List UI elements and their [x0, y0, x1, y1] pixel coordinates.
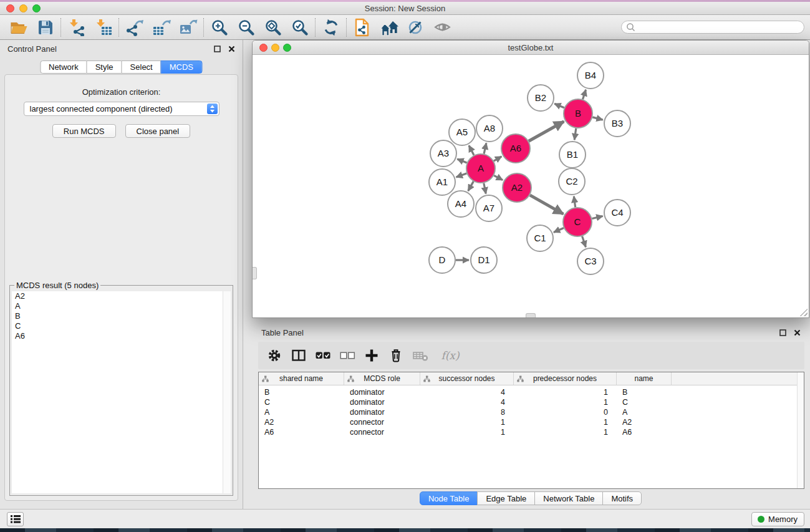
task-history-button[interactable]: [7, 512, 24, 526]
graph-edge-A-A7[interactable]: [484, 183, 486, 194]
mcds-result-item[interactable]: B: [12, 311, 231, 321]
network-canvas[interactable]: B4B2BB3A8A5A6A3B1AC2A1A2A4A7C4CC1DD1C3: [253, 55, 809, 317]
graph-edge-B-B1[interactable]: [574, 128, 576, 140]
criterion-select[interactable]: largest connected component (directed): [24, 102, 219, 116]
unchecked-boxes-icon: [339, 347, 355, 364]
mcds-result-item[interactable]: A6: [12, 331, 231, 341]
zoom-window-button[interactable]: [32, 4, 41, 12]
show-hide-button[interactable]: [429, 16, 456, 39]
graph-edge-A6-B[interactable]: [529, 122, 564, 142]
float-panel-icon[interactable]: [779, 329, 786, 336]
list-icon: [11, 515, 21, 523]
cell-successor_nodes: 4: [420, 387, 514, 397]
close-panel-button[interactable]: Close panel: [125, 124, 191, 138]
graph-node-label: A4: [455, 198, 466, 209]
column-view-button[interactable]: [291, 347, 307, 364]
graph-edge-B-B2[interactable]: [554, 104, 564, 108]
column-header-predecessor-nodes[interactable]: predecessor nodes: [514, 372, 617, 385]
column-header-name[interactable]: name: [617, 372, 672, 385]
graph-edge-A-A1[interactable]: [456, 173, 467, 177]
tab-mcds[interactable]: MCDS: [161, 60, 202, 74]
graph-edge-A-A2[interactable]: [494, 175, 503, 180]
mcds-result-list[interactable]: A2ABCA6: [12, 291, 231, 493]
export-network-button[interactable]: [121, 16, 148, 39]
graph-edge-C-C2[interactable]: [574, 196, 575, 207]
network-minimize-button[interactable]: [271, 44, 279, 52]
delete-table-button[interactable]: [412, 347, 428, 364]
export-image-button[interactable]: [175, 16, 201, 39]
graph-edge-A-A5[interactable]: [469, 145, 474, 155]
zoom-in-button[interactable]: [206, 16, 233, 39]
mcds-result-item[interactable]: A: [12, 301, 231, 311]
export-table-button[interactable]: [148, 16, 175, 39]
memory-button[interactable]: Memory: [751, 512, 804, 526]
float-panel-icon[interactable]: [214, 46, 221, 52]
select-all-columns-button[interactable]: [315, 347, 331, 364]
tab-edge-table[interactable]: Edge Table: [477, 491, 535, 505]
table-row[interactable]: A2connector11A2: [259, 417, 804, 427]
app-titlebar[interactable]: Session: New Session: [0, 2, 810, 15]
graph-node-label: C4: [611, 207, 623, 218]
tab-network[interactable]: Network: [40, 60, 87, 74]
column-type-icon: [517, 375, 524, 384]
add-column-button[interactable]: [364, 347, 380, 364]
network-canvas-svg[interactable]: B4B2BB3A8A5A6A3B1AC2A1A2A4A7C4CC1DD1C3: [253, 55, 809, 317]
run-mcds-button[interactable]: Run MCDS: [52, 124, 116, 138]
scrollbar-track[interactable]: [223, 291, 231, 493]
graph-edge-A2-C[interactable]: [530, 195, 564, 214]
close-window-button[interactable]: [6, 4, 14, 12]
mcds-result-item[interactable]: A2: [12, 291, 231, 301]
close-panel-icon[interactable]: [794, 329, 801, 336]
open-session-button[interactable]: [5, 16, 32, 39]
graph-edge-C-C3[interactable]: [582, 236, 586, 247]
home-views-button[interactable]: [375, 16, 402, 39]
save-session-button[interactable]: [32, 16, 59, 39]
column-header-shared-name[interactable]: shared name: [259, 372, 344, 385]
unselect-all-columns-button[interactable]: [339, 347, 355, 364]
table-row[interactable]: Cdominator41C: [259, 397, 804, 407]
mcds-result-title: MCDS result (5 nodes): [14, 281, 100, 290]
table-row[interactable]: Bdominator41B: [259, 387, 804, 397]
network-zoom-button[interactable]: [283, 44, 291, 52]
mcds-result-item[interactable]: C: [12, 321, 231, 331]
column-header-mcds-role[interactable]: MCDS role: [344, 372, 420, 385]
network-view-window[interactable]: testGlobe.txt B4B2BB3A8A5A6A3B1AC2A1A2A4…: [252, 40, 809, 318]
import-table-button[interactable]: [90, 16, 117, 39]
tab-motifs[interactable]: Motifs: [602, 491, 642, 505]
graph-edge-A-A3[interactable]: [457, 159, 466, 163]
zoom-out-button[interactable]: [233, 16, 259, 39]
canvas-splitter-handle-left[interactable]: [253, 267, 257, 279]
table-row[interactable]: A6connector11A6: [259, 427, 804, 437]
graph-edge-B-B4[interactable]: [583, 90, 586, 99]
graph-edge-A-A8[interactable]: [484, 143, 486, 153]
graph-node-label: A8: [484, 123, 495, 133]
zoom-selected-button[interactable]: [286, 16, 313, 39]
canvas-splitter-handle-bottom[interactable]: [526, 313, 536, 317]
table-scrollbar-track[interactable]: [797, 372, 804, 488]
table-settings-button[interactable]: [266, 347, 282, 364]
graph-edge-A-A6[interactable]: [494, 157, 502, 161]
tab-style[interactable]: Style: [87, 60, 122, 74]
close-panel-icon[interactable]: [228, 46, 235, 52]
graph-edge-C-C4[interactable]: [592, 216, 602, 219]
graph-edge-A-A4[interactable]: [468, 181, 474, 191]
table-row[interactable]: Adominator80A: [259, 407, 804, 417]
graph-edge-C-C1[interactable]: [554, 228, 564, 233]
import-network-button[interactable]: [63, 16, 90, 39]
search-input[interactable]: [635, 22, 804, 32]
network-close-button[interactable]: [259, 44, 268, 52]
tab-node-table[interactable]: Node Table: [420, 491, 478, 505]
tab-network-table[interactable]: Network Table: [534, 491, 603, 505]
apply-layout-button[interactable]: [317, 16, 344, 39]
network-window-titlebar[interactable]: testGlobe.txt: [253, 41, 809, 55]
hide-graphics-details-button[interactable]: [402, 16, 429, 39]
zoom-fit-button[interactable]: [259, 16, 286, 39]
minimize-window-button[interactable]: [19, 4, 27, 12]
column-header-successor-nodes[interactable]: successor nodes: [420, 372, 514, 385]
search-box[interactable]: [621, 21, 804, 34]
function-builder-button[interactable]: f(x): [436, 347, 464, 364]
graph-edge-B-B3[interactable]: [592, 117, 602, 120]
tab-select[interactable]: Select: [122, 60, 162, 74]
new-network-from-selection-button[interactable]: [349, 16, 375, 39]
delete-column-button[interactable]: [388, 347, 404, 364]
